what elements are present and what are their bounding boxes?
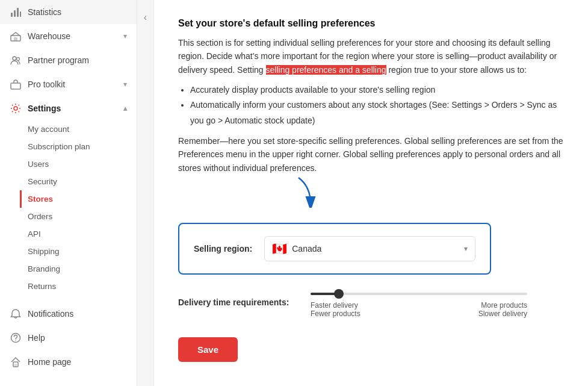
home-icon (10, 356, 22, 368)
sidebar-item-subscription-plan[interactable]: Subscription plan (28, 138, 137, 155)
notifications-icon (10, 308, 22, 320)
svg-point-6 (13, 57, 16, 60)
statistics-icon (10, 6, 22, 18)
help-icon (10, 332, 22, 344)
sidebar-item-help[interactable]: Help (0, 326, 137, 350)
svg-point-7 (17, 58, 20, 61)
more-products-label: More products (481, 301, 527, 310)
sidebar-item-my-account[interactable]: My account (28, 120, 137, 138)
sidebar-item-orders[interactable]: Orders (28, 208, 137, 225)
settings-submenu: My account Subscription plan Users Secur… (0, 120, 137, 295)
selected-country: Canada (292, 244, 459, 254)
sidebar-item-home-page-label: Home page (28, 357, 71, 367)
sidebar-item-security[interactable]: Security (28, 173, 137, 190)
sidebar-item-pro-toolkit-label: Pro toolkit (28, 79, 65, 89)
feature-list-item-2: Automatically inform your customers abou… (190, 98, 564, 128)
sidebar-item-statistics[interactable]: Statistics (0, 0, 137, 24)
highlight-text: selling preferences and a selling (266, 65, 386, 75)
sidebar: Statistics Warehouse ▾ Partner program P… (0, 0, 137, 386)
sidebar-item-settings-label: Settings (28, 104, 61, 113)
sidebar-item-notifications-label: Notifications (28, 309, 73, 319)
svg-rect-0 (11, 13, 13, 17)
selling-region-select[interactable]: 🇨🇦 Canada ▾ (264, 236, 475, 261)
faster-delivery-label: Faster delivery (311, 301, 358, 310)
svg-rect-1 (14, 10, 16, 17)
sidebar-item-stores[interactable]: Stores (20, 190, 137, 208)
sidebar-item-notifications[interactable]: Notifications (0, 302, 137, 326)
svg-rect-3 (20, 11, 21, 17)
feature-list: Accurately display products available to… (178, 82, 564, 128)
warehouse-chevron-icon: ▾ (123, 32, 127, 40)
slider-labels: Faster delivery More products (311, 301, 527, 310)
partner-program-icon (10, 54, 22, 66)
slider-labels-bottom: Fewer products Slower delivery (311, 310, 527, 318)
main-content: Set your store's default selling prefere… (154, 0, 588, 386)
arrow-annotation (178, 181, 564, 211)
pro-toolkit-chevron-icon: ▾ (123, 80, 127, 89)
svg-rect-5 (14, 37, 17, 41)
selling-region-box: Selling region: 🇨🇦 Canada ▾ (178, 223, 491, 275)
warehouse-icon (10, 30, 22, 42)
pro-toolkit-icon (10, 78, 22, 90)
settings-chevron-icon: ▴ (123, 104, 127, 113)
delivery-time-row: Delivery time requirements: Faster deliv… (178, 287, 564, 318)
sidebar-item-warehouse[interactable]: Warehouse ▾ (0, 24, 137, 48)
select-chevron-icon: ▾ (464, 244, 468, 253)
svg-rect-13 (14, 364, 17, 367)
svg-point-9 (14, 107, 17, 110)
svg-point-11 (15, 340, 16, 341)
sidebar-item-partner-program[interactable]: Partner program (0, 48, 137, 72)
selling-region-label: Selling region: (194, 244, 252, 254)
sidebar-item-pro-toolkit[interactable]: Pro toolkit ▾ (0, 72, 137, 96)
intro-paragraph: This section is for setting individual s… (178, 36, 564, 76)
sidebar-item-home-page[interactable]: Home page (0, 350, 137, 374)
sidebar-item-help-label: Help (28, 333, 45, 343)
sidebar-item-settings[interactable]: Settings ▴ (0, 96, 137, 120)
fewer-products-label: Fewer products (311, 310, 361, 318)
svg-rect-8 (11, 83, 20, 89)
sidebar-item-partner-label: Partner program (28, 55, 89, 65)
global-preferences-paragraph: Remember—here you set store-specific sel… (178, 134, 564, 175)
page-title: Set your store's default selling prefere… (178, 18, 564, 29)
main-wrapper: ‹ Set your store's default selling prefe… (137, 0, 588, 386)
sidebar-item-shipping[interactable]: Shipping (28, 243, 137, 260)
sidebar-collapse-button[interactable]: ‹ (137, 0, 154, 386)
settings-icon (10, 102, 22, 114)
sidebar-item-returns[interactable]: Returns (28, 278, 137, 295)
sidebar-item-statistics-label: Statistics (28, 7, 61, 17)
svg-rect-2 (17, 8, 19, 17)
save-button[interactable]: Save (178, 337, 238, 362)
delivery-time-label: Delivery time requirements: (178, 297, 299, 307)
delivery-slider-container: Faster delivery More products Fewer prod… (311, 287, 527, 318)
sidebar-item-api[interactable]: API (28, 225, 137, 243)
slower-delivery-label: Slower delivery (478, 310, 527, 318)
canada-flag-icon: 🇨🇦 (272, 241, 287, 256)
sidebar-item-users[interactable]: Users (28, 155, 137, 173)
arrow-svg (280, 175, 329, 208)
feature-list-item-1: Accurately display products available to… (190, 82, 564, 98)
sidebar-item-branding[interactable]: Branding (28, 260, 137, 278)
sidebar-item-warehouse-label: Warehouse (28, 31, 70, 41)
